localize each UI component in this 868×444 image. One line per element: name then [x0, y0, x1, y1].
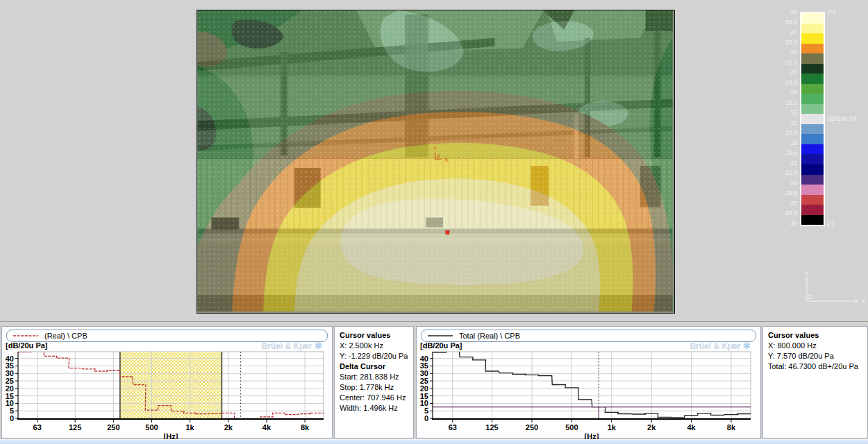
- delta-center-readout: Center: 707.946 Hz: [340, 393, 408, 403]
- axis-orientation-indicator: Y Z X: [797, 269, 867, 307]
- colorbar-segment: [801, 164, 824, 175]
- colorbar-segment: [801, 175, 824, 185]
- axis-tick-label: 8k: [727, 423, 736, 432]
- colorbar-segment: [801, 94, 824, 104]
- cursor-y-readout: Y: -1.229 dB/20u Pa: [340, 351, 408, 361]
- colorbar-segment: [801, 44, 824, 54]
- axis-tick-label: 15: [420, 392, 428, 400]
- colorbar-tick-label: 19.5: [768, 79, 797, 86]
- map-axis-z-label: Z: [437, 153, 440, 160]
- colorbar-tick-label: 27: [768, 200, 797, 207]
- cursor-x-readout: X: 800.000 Hz: [768, 341, 862, 351]
- map-axis-x-label: X: [444, 157, 449, 163]
- x-axis-unit-label: [Hz]: [164, 432, 178, 439]
- indicator-x-label: X: [861, 298, 865, 305]
- axis-tick-label: 250: [526, 423, 538, 432]
- measurement-grid-dots: [198, 10, 673, 311]
- axis-tick-label: 4k: [262, 423, 272, 432]
- colorbar-segment: [801, 124, 824, 135]
- colorbar-plus-label: (+): [828, 8, 835, 15]
- colorbar[interactable]: [800, 12, 825, 226]
- colorbar-segment: [801, 104, 824, 114]
- docked-window-edge[interactable]: [0, 439, 868, 444]
- axis-tick-label: 30: [420, 369, 428, 377]
- colorbar-minus-label: (-): [828, 220, 834, 227]
- delta-stop-readout: Stop: 1.778k Hz: [340, 382, 408, 393]
- colorbar-tick-label: 15: [768, 109, 797, 116]
- cursor-values-title: Cursor values: [768, 330, 862, 341]
- axis-tick-label: 500: [565, 423, 578, 432]
- axis-tick-label: 1k: [186, 423, 195, 432]
- axis-tick-label: 40: [420, 355, 428, 363]
- colorbar-segment: [801, 154, 824, 164]
- axis-tick-label: 1k: [608, 423, 617, 432]
- colorbar-segment: [801, 33, 824, 44]
- axis-tick-label: 500: [145, 423, 158, 432]
- axis-tick-label: 0: [424, 414, 428, 422]
- red-dashed-line-sample-icon: [12, 333, 39, 339]
- axis-tick-label: 63: [449, 423, 457, 432]
- colorbar-tick-label: 24: [768, 49, 797, 56]
- colorbar-segment: [801, 144, 824, 155]
- axis-tick-label: 250: [107, 423, 119, 432]
- colorbar-segment: [801, 13, 824, 24]
- cursor-y-readout: Y: 7.570 dB/20u Pa: [768, 351, 862, 361]
- colorbar-segment: [801, 24, 824, 34]
- total-cpb-spectrum-plot[interactable]: 0510152025303540631252505001k2k4k8k[Hz]: [417, 348, 760, 439]
- axis-tick-label: 35: [6, 361, 14, 370]
- total-cpb-spectrum-panel: Total (Real) \ CPB [dB/20u Pa] Brüel & K…: [416, 326, 761, 438]
- axis-tick-label: 10: [420, 399, 428, 407]
- cursor-values-panel-right: Cursor values X: 800.000 Hz Y: 7.570 dB/…: [762, 326, 868, 438]
- colorbar-unit-label: dB/20u Pa: [828, 115, 857, 122]
- axis-tick-label: 30: [6, 369, 14, 377]
- colorbar-tick-label: 18: [768, 139, 797, 146]
- colorbar-segment: [801, 134, 824, 144]
- axis-tick-label: 5: [10, 407, 14, 415]
- colorbar-segment: [801, 84, 824, 94]
- colorbar-tick-label: 22.5: [768, 59, 797, 66]
- map-axis-y-label: Y: [433, 146, 437, 152]
- axis-tick-label: 20: [420, 384, 428, 393]
- right-chart-legend-label: Total (Real) \ CPB: [459, 332, 520, 340]
- cursor-x-readout: X: 2.500k Hz: [340, 341, 408, 351]
- axis-tick-label: 125: [69, 423, 81, 432]
- colorbar-tick-label: 19.5: [768, 149, 797, 156]
- colorbar-tick-label: 21: [768, 69, 797, 76]
- black-line-sample-icon: [427, 333, 453, 339]
- delta-cursor-title: Delta Cursor: [340, 361, 408, 372]
- indicator-y-label: Y: [804, 270, 808, 277]
- colorbar-tick-label: 18: [768, 89, 797, 96]
- axis-tick-label: 5: [424, 407, 428, 415]
- sound-map-canvas[interactable]: Y Z X: [197, 10, 673, 311]
- axis-tick-label: 25: [420, 377, 428, 385]
- cursor-values-panel-left: Cursor values X: 2.500k Hz Y: -1.229 dB/…: [334, 326, 414, 438]
- axis-tick-label: 8k: [301, 423, 310, 432]
- colorbar-tick-label: 25.5: [768, 189, 797, 196]
- cursor-values-title: Cursor values: [340, 330, 408, 341]
- colorbar-segment: [801, 64, 824, 74]
- axis-tick-label: 40: [6, 355, 14, 363]
- colorbar-tick-label: 30: [768, 8, 797, 15]
- axis-tick-label: 15: [6, 392, 14, 400]
- cpb-spectrum-panel: (Real) \ CPB [dB/20u Pa] Brüel & Kjær ✻ …: [1, 326, 333, 438]
- noise-mapping-application: Y Z X 3028.52725.52422.52119.51816.51515…: [0, 0, 868, 444]
- colorbar-tick-label: 28.5: [768, 19, 797, 26]
- colorbar-tick-label: 28.5: [768, 210, 797, 216]
- sound-map-panel: Y Z X 3028.52725.52422.52119.51816.51515…: [0, 0, 868, 322]
- axis-tick-label: 2k: [224, 423, 233, 432]
- axis-tick-label: 25: [6, 377, 14, 385]
- axis-tick-label: 20: [6, 384, 14, 393]
- map-hotspot-marker[interactable]: [446, 231, 449, 234]
- axis-tick-label: 4k: [687, 423, 696, 432]
- left-chart-legend-label: (Real) \ CPB: [44, 332, 87, 340]
- colorbar-tick-label: 24: [768, 180, 797, 187]
- colorbar-segment: [801, 215, 824, 225]
- delta-start-readout: Start: 281.838 Hz: [340, 372, 408, 382]
- x-axis-unit-label: [Hz]: [585, 432, 599, 439]
- colorbar-segment: [801, 205, 824, 215]
- axis-tick-label: 125: [485, 423, 498, 432]
- colorbar-segment: [801, 74, 824, 84]
- cpb-spectrum-plot[interactable]: 0510152025303540631252505001k2k4k8k[Hz]: [3, 348, 333, 439]
- colorbar-tick-label: 27: [768, 28, 797, 35]
- colorbar-tick-label: 16.5: [768, 99, 797, 106]
